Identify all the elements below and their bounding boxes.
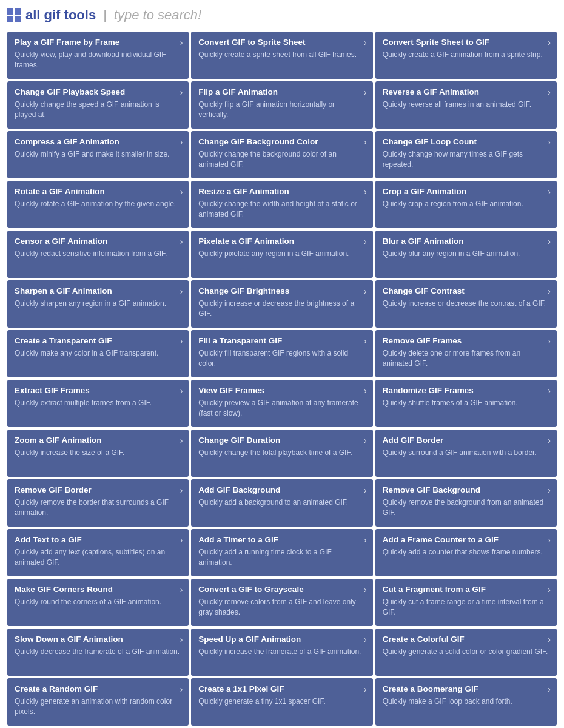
search-hint[interactable]: type to search! — [114, 7, 201, 23]
tool-card-title: Create a Boomerang GIF — [383, 684, 549, 693]
chevron-right-icon: › — [548, 237, 551, 246]
chevron-right-icon: › — [548, 336, 551, 346]
tool-card-crop-gif[interactable]: ›Crop a GIF AnimationQuickly crop a regi… — [375, 181, 557, 228]
tool-card-title: Extract GIF Frames — [15, 386, 181, 395]
tool-card-convert-gif-sprite[interactable]: ›Convert GIF to Sprite SheetQuickly crea… — [191, 32, 372, 79]
tool-card-title: Make GIF Corners Round — [15, 585, 181, 594]
tool-card-add-timer-gif[interactable]: ›Add a Timer to a GIFQuickly add a runni… — [191, 529, 372, 576]
tool-card-title: Add GIF Background — [198, 485, 365, 494]
tool-card-remove-gif-border[interactable]: ›Remove GIF BorderQuickly remove the bor… — [7, 479, 189, 527]
tool-card-title: Change GIF Playback Speed — [15, 87, 181, 96]
tool-card-title: Change GIF Brightness — [198, 286, 365, 295]
tool-card-add-frame-counter[interactable]: ›Add a Frame Counter to a GIFQuickly add… — [375, 529, 557, 576]
tool-card-desc: Quickly fill transparent GIF regions wit… — [198, 348, 365, 369]
tool-card-speed-up-gif[interactable]: ›Speed Up a GIF AnimationQuickly increas… — [191, 629, 372, 676]
tool-card-desc: Quickly remove the background from an an… — [383, 497, 549, 518]
tool-card-title: Play a GIF Frame by Frame — [15, 38, 181, 47]
tool-card-desc: Quickly add any text (captions, subtitle… — [15, 547, 181, 568]
tool-card-cut-gif-fragment[interactable]: ›Cut a Fragment from a GIFQuickly cut a … — [375, 579, 557, 626]
tool-card-desc: Quickly change the total playback time o… — [198, 448, 365, 458]
tool-card-change-bg-color[interactable]: ›Change GIF Background ColorQuickly chan… — [191, 131, 372, 178]
chevron-right-icon: › — [364, 485, 367, 495]
tool-card-view-gif-frames[interactable]: ›View GIF FramesQuickly preview a GIF an… — [191, 380, 372, 427]
chevron-right-icon: › — [548, 87, 551, 97]
tool-card-change-loop-count[interactable]: ›Change GIF Loop CountQuickly change how… — [375, 131, 557, 178]
chevron-right-icon: › — [180, 635, 183, 644]
tool-card-desc: Quickly change how many times a GIF gets… — [383, 149, 549, 170]
tool-card-change-gif-duration[interactable]: ›Change GIF DurationQuickly change the t… — [191, 430, 372, 477]
chevron-right-icon: › — [548, 436, 551, 445]
tool-card-title: Create a Random GIF — [15, 684, 181, 693]
tool-card-remove-gif-background[interactable]: ›Remove GIF BackgroundQuickly remove the… — [375, 479, 557, 527]
tool-card-create-1x1-gif[interactable]: ›Create a 1x1 Pixel GIFQuickly generate … — [191, 678, 372, 726]
tool-card-convert-gif-grayscale[interactable]: ›Convert a GIF to GrayscaleQuickly remov… — [191, 579, 372, 626]
tool-card-remove-gif-frames[interactable]: ›Remove GIF FramesQuickly delete one or … — [375, 330, 557, 377]
tool-card-change-contrast[interactable]: ›Change GIF ContrastQuickly increase or … — [375, 280, 557, 328]
tool-card-desc: Quickly shuffle frames of a GIF animatio… — [383, 398, 549, 408]
tool-card-create-colorful-gif[interactable]: ›Create a Colorful GIFQuickly generate a… — [375, 629, 557, 676]
tool-card-add-gif-background[interactable]: ›Add GIF BackgroundQuickly add a backgro… — [191, 479, 372, 527]
tool-card-resize-gif[interactable]: ›Resize a GIF AnimationQuickly change th… — [191, 181, 372, 228]
chevron-right-icon: › — [180, 87, 183, 97]
tool-card-flip-gif[interactable]: ›Flip a GIF AnimationQuickly flip a GIF … — [191, 81, 372, 129]
tool-card-randomize-gif-frames[interactable]: ›Randomize GIF FramesQuickly shuffle fra… — [375, 380, 557, 427]
tool-card-title: Convert GIF to Sprite Sheet — [198, 38, 365, 47]
page-header: all gif tools | type to search! — [7, 7, 557, 23]
chevron-right-icon: › — [364, 585, 367, 595]
tool-card-add-gif-border[interactable]: ›Add GIF BorderQuickly surround a GIF an… — [375, 430, 557, 477]
tool-card-desc: Quickly reverse all frames in an animate… — [383, 99, 549, 110]
chevron-right-icon: › — [180, 485, 183, 495]
chevron-right-icon: › — [548, 286, 551, 296]
chevron-right-icon: › — [548, 137, 551, 147]
tool-card-title: Add Text to a GIF — [15, 535, 181, 544]
chevron-right-icon: › — [548, 535, 551, 545]
tool-card-create-random-gif[interactable]: ›Create a Random GIFQuickly generate an … — [7, 678, 189, 726]
tool-card-convert-sprite-gif[interactable]: ›Convert Sprite Sheet to GIFQuickly crea… — [375, 32, 557, 79]
tool-card-add-text-gif[interactable]: ›Add Text to a GIFQuickly add any text (… — [7, 529, 189, 576]
tool-card-change-playback-speed[interactable]: ›Change GIF Playback SpeedQuickly change… — [7, 81, 189, 129]
tool-card-create-boomerang-gif[interactable]: ›Create a Boomerang GIFQuickly make a GI… — [375, 678, 557, 726]
tool-card-title: Crop a GIF Animation — [383, 187, 549, 196]
tool-card-title: Zoom a GIF Animation — [15, 436, 181, 445]
tool-card-change-brightness[interactable]: ›Change GIF BrightnessQuickly increase o… — [191, 280, 372, 328]
tool-card-reverse-gif[interactable]: ›Reverse a GIF AnimationQuickly reverse … — [375, 81, 557, 129]
chevron-right-icon: › — [548, 38, 551, 47]
tool-card-extract-gif-frames[interactable]: ›Extract GIF FramesQuickly extract multi… — [7, 380, 189, 427]
tool-card-zoom-gif[interactable]: ›Zoom a GIF AnimationQuickly increase th… — [7, 430, 189, 477]
tool-card-title: Resize a GIF Animation — [198, 187, 365, 196]
tool-card-title: Change GIF Background Color — [198, 137, 365, 146]
chevron-right-icon: › — [180, 386, 183, 396]
chevron-right-icon: › — [364, 386, 367, 396]
tool-card-play-gif-frame[interactable]: ›Play a GIF Frame by FrameQuickly view, … — [7, 32, 189, 79]
tool-card-sharpen-gif[interactable]: ›Sharpen a GIF AnimationQuickly sharpen … — [7, 280, 189, 328]
tool-card-desc: Quickly generate a tiny 1x1 spacer GIF. — [198, 696, 365, 707]
tool-card-pixelate-gif[interactable]: ›Pixelate a GIF AnimationQuickly pixelat… — [191, 231, 372, 278]
tool-card-slow-down-gif[interactable]: ›Slow Down a GIF AnimationQuickly decrea… — [7, 629, 189, 676]
tool-card-desc: Quickly change the speed a GIF animation… — [15, 99, 181, 120]
tool-card-desc: Quickly increase or decrease the contras… — [383, 298, 549, 309]
tool-card-desc: Quickly cut a frame range or a time inte… — [383, 597, 549, 618]
tool-card-rotate-gif[interactable]: ›Rotate a GIF AnimationQuickly rotate a … — [7, 181, 189, 228]
tool-card-desc: Quickly remove colors from a GIF and lea… — [198, 597, 365, 618]
tool-card-compress-gif[interactable]: ›Compress a GIF AnimationQuickly minify … — [7, 131, 189, 178]
tool-card-round-gif-corners[interactable]: ›Make GIF Corners RoundQuickly round the… — [7, 579, 189, 626]
tool-card-censor-gif[interactable]: ›Censor a GIF AnimationQuickly redact se… — [7, 231, 189, 278]
chevron-right-icon: › — [364, 336, 367, 346]
tool-card-transparent-gif[interactable]: ›Create a Transparent GIFQuickly make an… — [7, 330, 189, 377]
chevron-right-icon: › — [364, 436, 367, 445]
tool-card-blur-gif[interactable]: ›Blur a GIF AnimationQuickly blur any re… — [375, 231, 557, 278]
tool-card-desc: Quickly blur any region in a GIF animati… — [383, 249, 549, 259]
tool-card-title: Convert Sprite Sheet to GIF — [383, 38, 549, 47]
tool-card-title: Change GIF Loop Count — [383, 137, 549, 146]
tool-card-title: View GIF Frames — [198, 386, 365, 395]
chevron-right-icon: › — [364, 286, 367, 296]
tool-card-desc: Quickly make a GIF loop back and forth. — [383, 696, 549, 707]
tool-card-title: Add a Timer to a GIF — [198, 535, 365, 544]
tool-card-fill-transparent-gif[interactable]: ›Fill a Transparent GIFQuickly fill tran… — [191, 330, 372, 377]
tool-card-title: Sharpen a GIF Animation — [15, 286, 181, 295]
tool-card-title: Pixelate a GIF Animation — [198, 237, 365, 246]
tool-card-title: Flip a GIF Animation — [198, 87, 365, 96]
chevron-right-icon: › — [548, 585, 551, 595]
chevron-right-icon: › — [180, 336, 183, 346]
chevron-right-icon: › — [364, 137, 367, 147]
